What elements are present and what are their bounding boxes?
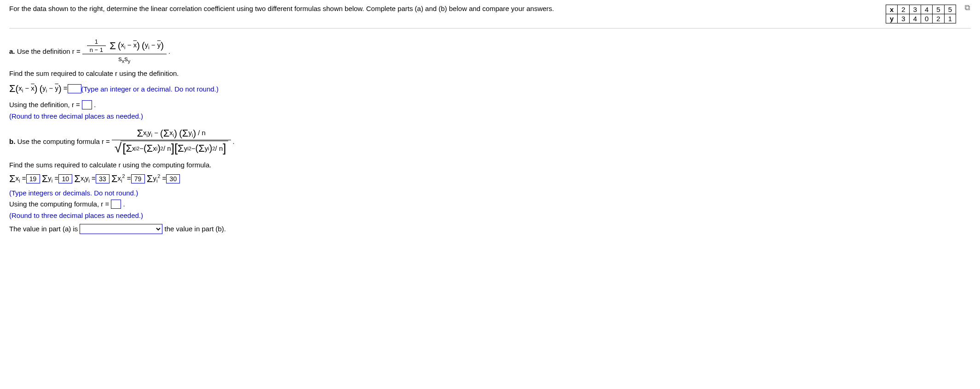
r-a-input[interactable] <box>82 100 92 109</box>
compare-before: The value in part (a) is <box>9 225 78 233</box>
round-hint-a: (Round to three decimal places as needed… <box>9 112 971 120</box>
find-sum-text: Find the sum required to calculate r usi… <box>9 69 971 77</box>
sum-expression: Σ(xi − x) (yi − y) = <box>9 83 68 95</box>
compare-after: the value in part (b). <box>165 225 226 233</box>
data-table: x 2 3 4 5 5 y 3 4 0 2 1 <box>886 5 956 23</box>
x-cell: 5 <box>944 5 956 14</box>
type-hint-b: (Type integers or decimals. Do not round… <box>9 189 971 197</box>
y-cell: 0 <box>921 14 932 23</box>
x-label: x <box>886 5 897 14</box>
svg-rect-0 <box>966 6 970 10</box>
sum-xy-label: Σxiyi = <box>74 173 95 185</box>
computing-formula: Σxiyi − (Σxi) (Σyi) / n √ [Σxi2 − (Σxi)2… <box>112 127 231 155</box>
svg-rect-1 <box>965 6 969 9</box>
sum-a-input[interactable] <box>68 84 81 93</box>
x-cell: 4 <box>921 5 932 14</box>
y-cell: 2 <box>933 14 944 23</box>
y-cell: 1 <box>944 14 956 23</box>
x-cell: 3 <box>909 5 921 14</box>
sum-y2-label: Σyi2 = <box>147 173 167 185</box>
part-a-after: . <box>168 47 170 55</box>
find-sums-text: Find the sums required to calculate r us… <box>9 161 971 169</box>
using-definition-text: Using the definition, r = <box>9 101 80 109</box>
sum-xy-input[interactable] <box>96 174 110 183</box>
sum-y2-input[interactable] <box>166 174 180 183</box>
x-cell: 5 <box>933 5 944 14</box>
r-b-input[interactable] <box>111 200 121 209</box>
sum-a-hint: (Type an integer or a decimal. Do not ro… <box>81 85 219 93</box>
part-b-lead: Use the computing formula r = <box>17 137 110 145</box>
intro-text: For the data shown to the right, determi… <box>9 5 554 12</box>
part-a-label: a. <box>9 47 15 55</box>
sum-x2-label: Σxi2 = <box>111 173 131 185</box>
y-label: y <box>886 14 897 23</box>
x-cell: 2 <box>898 5 909 14</box>
part-a-lead: Use the definition r = <box>17 47 81 55</box>
sum-x-input[interactable] <box>26 174 40 183</box>
sum-x2-input[interactable] <box>131 174 145 183</box>
y-cell: 3 <box>898 14 909 23</box>
using-computing-text: Using the computing formula, r = <box>9 200 109 208</box>
part-b-label: b. <box>9 137 15 145</box>
sum-y-input[interactable] <box>58 174 72 183</box>
sum-x-label: Σxi = <box>9 173 26 185</box>
round-hint-b: (Round to three decimal places as needed… <box>9 212 971 219</box>
copy-icon[interactable] <box>964 5 971 11</box>
definition-formula: 1 n − 1 Σ (xi − x) (yi − y) sxsy <box>82 38 167 64</box>
part-b-after: . <box>233 137 235 145</box>
y-cell: 4 <box>909 14 921 23</box>
sum-y-label: Σyi = <box>42 173 59 185</box>
compare-select[interactable] <box>80 224 162 234</box>
